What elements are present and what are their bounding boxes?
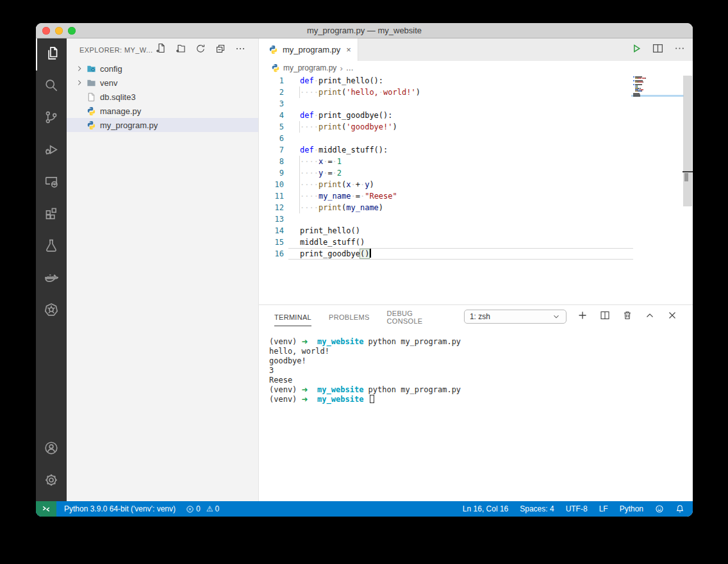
code-line-11[interactable]: 11····my_name·=·"Reese" bbox=[259, 190, 693, 202]
titlebar[interactable]: my_program.py — my_website bbox=[36, 23, 693, 38]
python-icon bbox=[86, 106, 97, 116]
code-line-15[interactable]: 15middle_stuff() bbox=[259, 236, 693, 248]
editor-actions bbox=[631, 38, 685, 61]
code-line-2[interactable]: 2····print('hello,·world!') bbox=[259, 87, 693, 98]
eol-status[interactable]: LF bbox=[595, 501, 613, 517]
terminal-line: (venv) ➜ my_website bbox=[269, 395, 693, 404]
search-activity-item[interactable] bbox=[36, 70, 67, 103]
testing-activity-item[interactable] bbox=[36, 231, 67, 263]
chevron-right-icon[interactable] bbox=[74, 78, 85, 88]
tab-debug-console[interactable]: DEBUG CONSOLE bbox=[387, 304, 447, 329]
chevron-right-icon[interactable] bbox=[74, 63, 85, 74]
close-window-button[interactable] bbox=[42, 27, 50, 35]
code-line-10[interactable]: 10····print(x·+·y) bbox=[259, 179, 693, 190]
remote-indicator[interactable] bbox=[36, 501, 56, 517]
explorer-sidebar: EXPLORER: MY_W... configvenvdb.sqlite3ma… bbox=[67, 38, 259, 501]
problems-status[interactable]: 0 ⚠ 0 bbox=[181, 501, 224, 517]
terminal-line: goodbye! bbox=[269, 356, 693, 366]
code-line-12[interactable]: 12····print(my_name) bbox=[259, 202, 693, 213]
encoding-status[interactable]: UTF-8 bbox=[561, 501, 592, 517]
tab-terminal[interactable]: TERMINAL bbox=[274, 308, 311, 326]
tree-item-db.sqlite3[interactable]: db.sqlite3 bbox=[67, 90, 258, 104]
maximize-panel-icon[interactable] bbox=[645, 310, 655, 323]
breadcrumb-symbol[interactable]: … bbox=[346, 63, 354, 72]
breadcrumb[interactable]: my_program.py › … bbox=[259, 61, 693, 75]
tree-item-my_program.py[interactable]: my_program.py bbox=[67, 118, 258, 132]
code-line-16[interactable]: 16print_goodbye() bbox=[259, 248, 693, 260]
tab-my-program[interactable]: my_program.py × bbox=[259, 38, 358, 61]
editor-scrollbar[interactable] bbox=[682, 75, 693, 304]
line-number: 11 bbox=[259, 190, 288, 202]
accounts-activity-item[interactable] bbox=[36, 433, 67, 465]
terminal-shell-select[interactable]: 1: zsh bbox=[464, 310, 567, 324]
indent-guide bbox=[299, 167, 300, 179]
source-control-activity-item[interactable] bbox=[36, 103, 67, 135]
new-terminal-icon[interactable] bbox=[577, 310, 588, 323]
python-icon bbox=[86, 120, 97, 130]
close-panel-icon[interactable] bbox=[667, 310, 677, 323]
code-line-9[interactable]: 9····y·=·2 bbox=[259, 167, 693, 179]
code-line-3[interactable]: 3 bbox=[259, 98, 693, 110]
explorer-activity-item[interactable] bbox=[36, 38, 67, 70]
terminal-content[interactable]: (venv) ➜ my_website python my_program.py… bbox=[259, 328, 693, 501]
minimap[interactable] bbox=[633, 76, 682, 97]
indent-guide bbox=[299, 190, 300, 202]
terminal-line: hello, world! bbox=[269, 347, 693, 356]
run-python-file-button[interactable] bbox=[631, 43, 641, 56]
shell-select-value: 1: zsh bbox=[470, 312, 552, 321]
breadcrumb-file[interactable]: my_program.py bbox=[283, 63, 336, 72]
line-number: 7 bbox=[259, 144, 288, 156]
split-editor-icon[interactable] bbox=[652, 43, 663, 56]
indent-guide bbox=[299, 202, 300, 213]
code-line-1[interactable]: 1def·print_hello(): bbox=[259, 75, 693, 87]
text-cursor bbox=[370, 249, 371, 258]
tab-bar: my_program.py × bbox=[259, 38, 693, 61]
kill-terminal-icon[interactable] bbox=[622, 310, 633, 323]
code-line-13[interactable]: 13 bbox=[259, 213, 693, 225]
code-line-14[interactable]: 14print_hello() bbox=[259, 225, 693, 236]
overview-marker bbox=[684, 173, 688, 181]
feedback-button[interactable] bbox=[650, 501, 668, 517]
extensions-activity-item[interactable] bbox=[36, 199, 67, 231]
kubernetes-activity-item[interactable] bbox=[36, 295, 67, 327]
language-mode-status[interactable]: Python bbox=[615, 501, 648, 517]
tab-close-icon[interactable]: × bbox=[346, 45, 351, 54]
traffic-lights bbox=[42, 27, 76, 35]
code-line-5[interactable]: 5····print('goodbye!') bbox=[259, 121, 693, 133]
refresh-icon[interactable] bbox=[195, 44, 206, 56]
tree-indent-spacer bbox=[74, 106, 85, 116]
indentation-status[interactable]: Spaces: 4 bbox=[515, 501, 558, 517]
code-line-6[interactable]: 6 bbox=[259, 133, 693, 144]
scrollbar-thumb[interactable] bbox=[683, 76, 692, 206]
cursor-position-status[interactable]: Ln 16, Col 16 bbox=[458, 501, 513, 517]
status-bar: Python 3.9.0 64-bit ('venv': venv) 0 ⚠ 0… bbox=[36, 501, 693, 517]
new-folder-icon[interactable] bbox=[176, 44, 186, 56]
tab-problems[interactable]: PROBLEMS bbox=[329, 308, 370, 326]
more-actions-icon[interactable] bbox=[235, 44, 245, 56]
tree-item-config[interactable]: config bbox=[67, 62, 258, 76]
line-number: 3 bbox=[259, 98, 288, 110]
activity-bar-bottom bbox=[36, 433, 67, 497]
tree-item-venv[interactable]: venv bbox=[67, 76, 258, 90]
minimize-window-button[interactable] bbox=[55, 27, 63, 35]
activity-bar bbox=[36, 38, 67, 501]
collapse-all-icon[interactable] bbox=[215, 44, 226, 56]
run-debug-activity-item[interactable] bbox=[36, 135, 67, 167]
python-interpreter-status[interactable]: Python 3.9.0 64-bit ('venv': venv) bbox=[59, 501, 181, 517]
tree-item-manage.py[interactable]: manage.py bbox=[67, 104, 258, 118]
code-line-4[interactable]: 4def·print_goodbye(): bbox=[259, 110, 693, 121]
line-content: ····x·=·1 bbox=[288, 156, 342, 167]
docker-activity-item[interactable] bbox=[36, 263, 67, 295]
kubernetes-icon bbox=[44, 303, 58, 319]
code-line-7[interactable]: 7def·middle_stuff(): bbox=[259, 144, 693, 156]
zoom-window-button[interactable] bbox=[68, 27, 76, 35]
code-editor[interactable]: 1def·print_hello():2····print('hello,·wo… bbox=[259, 75, 693, 304]
tree-item-label: manage.py bbox=[100, 106, 141, 116]
new-file-icon[interactable] bbox=[156, 44, 166, 56]
notifications-button[interactable] bbox=[671, 501, 689, 517]
manage-activity-item[interactable] bbox=[36, 465, 67, 497]
split-terminal-icon[interactable] bbox=[600, 310, 610, 323]
remote-explorer-activity-item[interactable] bbox=[36, 167, 67, 199]
code-line-8[interactable]: 8····x·=·1 bbox=[259, 156, 693, 167]
more-editor-actions-icon[interactable] bbox=[674, 43, 685, 56]
